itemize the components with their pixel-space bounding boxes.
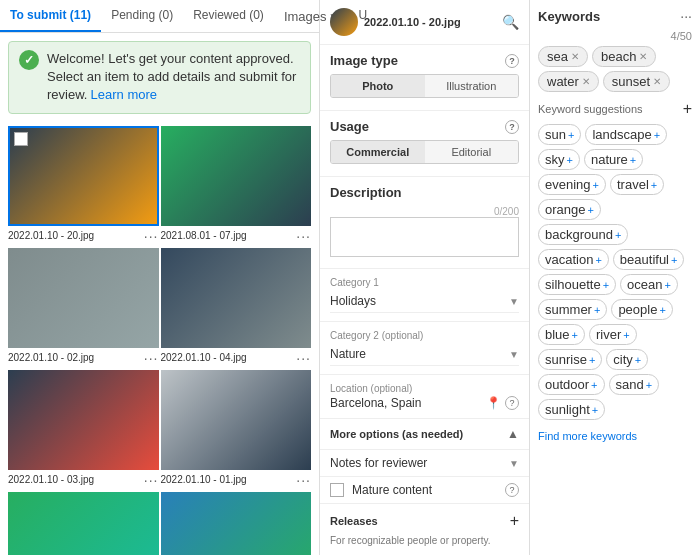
suggestion-add-icon[interactable]: + xyxy=(659,304,665,316)
suggestion-tag[interactable]: orange+ xyxy=(538,199,601,220)
suggestion-add-icon[interactable]: + xyxy=(568,129,574,141)
notes-for-reviewer-row[interactable]: Notes for reviewer ▼ xyxy=(320,450,529,477)
description-input[interactable] xyxy=(330,217,519,257)
find-more-keywords-link[interactable]: Find more keywords xyxy=(538,430,637,442)
category1-select[interactable]: Holidays ▼ xyxy=(330,290,519,313)
suggestion-tag[interactable]: vacation+ xyxy=(538,249,609,270)
search-icon[interactable]: 🔍 xyxy=(502,14,519,30)
suggestion-add-icon[interactable]: + xyxy=(594,304,600,316)
suggestion-tag[interactable]: beautiful+ xyxy=(613,249,685,270)
suggestion-tag[interactable]: people+ xyxy=(611,299,672,320)
image-thumb[interactable] xyxy=(8,126,159,226)
image-menu-icon[interactable]: ··· xyxy=(144,472,159,488)
image-thumb[interactable] xyxy=(161,492,312,555)
image-type-info-icon[interactable]: ? xyxy=(505,54,519,68)
image-item[interactable]: 2022.01.10 - 01.jpg ··· xyxy=(161,370,312,490)
suggestion-tag-label: travel xyxy=(617,177,649,192)
image-thumb[interactable] xyxy=(8,370,159,470)
image-thumb[interactable] xyxy=(161,126,312,226)
suggestion-add-icon[interactable]: + xyxy=(635,354,641,366)
image-thumb[interactable] xyxy=(8,248,159,348)
image-menu-icon[interactable]: ··· xyxy=(296,472,311,488)
suggestion-add-icon[interactable]: + xyxy=(651,179,657,191)
image-menu-icon[interactable]: ··· xyxy=(296,228,311,244)
location-pin-icon[interactable]: 📍 xyxy=(486,396,501,410)
suggestion-add-icon[interactable]: + xyxy=(589,354,595,366)
suggestions-add-icon[interactable]: + xyxy=(683,100,692,118)
suggestion-tag[interactable]: summer+ xyxy=(538,299,607,320)
suggestion-add-icon[interactable]: + xyxy=(623,329,629,341)
keyword-tag[interactable]: beach✕ xyxy=(592,46,656,67)
image-item[interactable]: 2021.08.01 - 03.jpg ··· xyxy=(161,492,312,555)
more-options-toggle[interactable]: More options (as needed) ▲ xyxy=(320,419,529,450)
suggestion-tag[interactable]: city+ xyxy=(606,349,648,370)
category2-select[interactable]: Nature ▼ xyxy=(330,343,519,366)
suggestion-tag[interactable]: evening+ xyxy=(538,174,606,195)
location-value: Barcelona, Spain xyxy=(330,396,421,410)
suggestion-add-icon[interactable]: + xyxy=(592,404,598,416)
suggestion-tag[interactable]: blue+ xyxy=(538,324,585,345)
image-menu-icon[interactable]: ··· xyxy=(296,350,311,366)
suggestion-tag[interactable]: travel+ xyxy=(610,174,664,195)
suggestion-tag[interactable]: background+ xyxy=(538,224,628,245)
image-menu-icon[interactable]: ··· xyxy=(144,228,159,244)
image-thumb[interactable] xyxy=(161,248,312,348)
image-menu-icon[interactable]: ··· xyxy=(144,350,159,366)
suggestion-add-icon[interactable]: + xyxy=(572,329,578,341)
image-item[interactable]: 2022.01.10 - 04.jpg ··· xyxy=(161,248,312,368)
commercial-toggle[interactable]: Commercial xyxy=(331,141,425,163)
mature-content-checkbox[interactable] xyxy=(330,483,344,497)
suggestion-tag[interactable]: river+ xyxy=(589,324,637,345)
suggestion-add-icon[interactable]: + xyxy=(591,379,597,391)
suggestion-add-icon[interactable]: + xyxy=(665,279,671,291)
image-checkbox[interactable] xyxy=(14,132,28,146)
image-thumb[interactable] xyxy=(161,370,312,470)
photo-toggle[interactable]: Photo xyxy=(331,75,425,97)
detail-header: 2022.01.10 - 20.jpg 🔍 xyxy=(320,0,529,45)
editorial-toggle[interactable]: Editorial xyxy=(425,141,519,163)
suggestion-tag[interactable]: nature+ xyxy=(584,149,643,170)
keyword-tag-remove[interactable]: ✕ xyxy=(582,76,590,87)
image-item[interactable]: 2021.08.01 - 04.jpg ··· xyxy=(8,492,159,555)
suggestion-tag[interactable]: sky+ xyxy=(538,149,580,170)
image-item[interactable]: 2022.01.10 - 03.jpg ··· xyxy=(8,370,159,490)
keyword-tag-remove[interactable]: ✕ xyxy=(639,51,647,62)
suggestion-tag[interactable]: sand+ xyxy=(609,374,660,395)
illustration-toggle[interactable]: Illustration xyxy=(425,75,519,97)
image-item[interactable]: 2022.01.10 - 20.jpg ··· xyxy=(8,126,159,246)
suggestion-tag[interactable]: sunrise+ xyxy=(538,349,602,370)
keyword-tag-remove[interactable]: ✕ xyxy=(571,51,579,62)
image-item[interactable]: 2021.08.01 - 07.jpg ··· xyxy=(161,126,312,246)
suggestion-add-icon[interactable]: + xyxy=(615,229,621,241)
learn-more-link[interactable]: Learn more xyxy=(91,87,157,102)
suggestion-add-icon[interactable]: + xyxy=(603,279,609,291)
tab-reviewed[interactable]: Reviewed (0) xyxy=(183,0,274,32)
tab-pending[interactable]: Pending (0) xyxy=(101,0,183,32)
suggestion-add-icon[interactable]: + xyxy=(595,254,601,266)
image-thumb[interactable] xyxy=(8,492,159,555)
suggestion-tag[interactable]: ocean+ xyxy=(620,274,678,295)
suggestion-tag[interactable]: silhouette+ xyxy=(538,274,616,295)
keyword-tag[interactable]: water✕ xyxy=(538,71,599,92)
suggestion-add-icon[interactable]: + xyxy=(646,379,652,391)
suggestion-tag[interactable]: sun+ xyxy=(538,124,581,145)
suggestion-tag[interactable]: outdoor+ xyxy=(538,374,605,395)
suggestion-add-icon[interactable]: + xyxy=(671,254,677,266)
suggestion-add-icon[interactable]: + xyxy=(630,154,636,166)
suggestion-tag[interactable]: landscape+ xyxy=(585,124,667,145)
suggestion-add-icon[interactable]: + xyxy=(654,129,660,141)
keyword-tag-remove[interactable]: ✕ xyxy=(653,76,661,87)
keywords-menu-icon[interactable]: ··· xyxy=(680,8,692,24)
releases-add-icon[interactable]: + xyxy=(510,512,519,530)
tab-to-submit[interactable]: To submit (11) xyxy=(0,0,101,32)
usage-info-icon[interactable]: ? xyxy=(505,120,519,134)
keyword-tag[interactable]: sunset✕ xyxy=(603,71,670,92)
suggestion-tag[interactable]: sunlight+ xyxy=(538,399,605,420)
mature-info-icon[interactable]: ? xyxy=(505,483,519,497)
suggestion-add-icon[interactable]: + xyxy=(587,204,593,216)
keyword-tag[interactable]: sea✕ xyxy=(538,46,588,67)
suggestion-add-icon[interactable]: + xyxy=(593,179,599,191)
suggestion-add-icon[interactable]: + xyxy=(567,154,573,166)
image-item[interactable]: 2022.01.10 - 02.jpg ··· xyxy=(8,248,159,368)
location-info-icon[interactable]: ? xyxy=(505,396,519,410)
